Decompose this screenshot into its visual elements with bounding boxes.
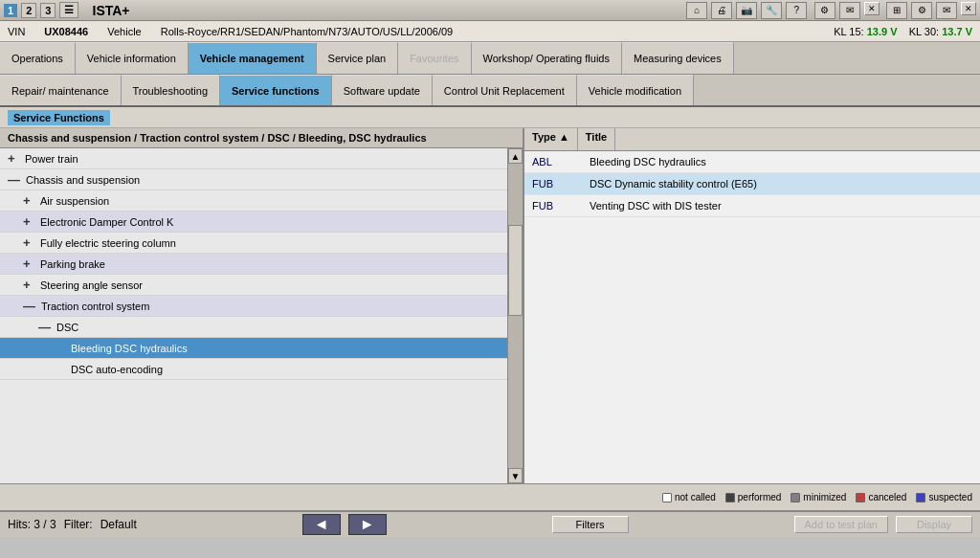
scroll-track xyxy=(508,164,523,468)
print-icon[interactable]: 🖨 xyxy=(711,2,732,19)
nav-row-2: Repair/ maintenance Troubleshooting Serv… xyxy=(0,75,980,107)
secondary-controls: ⊞ ⚙ ✉ ✕ xyxy=(886,2,976,19)
tab-control-unit-replacement[interactable]: Control Unit Replacement xyxy=(433,75,577,105)
scroll-thumb[interactable] xyxy=(508,225,523,316)
detail-panel: Type ▲ Title ABL Bleeding DSC hydraulics… xyxy=(524,128,980,483)
secondary-envelope-icon[interactable]: ✉ xyxy=(936,2,957,19)
prev-arrow-btn[interactable]: ◄ xyxy=(302,514,341,535)
wrench-icon[interactable]: 🔧 xyxy=(761,2,782,19)
tree-item-air-suspension[interactable]: + Air suspension xyxy=(0,190,523,212)
tree-item-dsc[interactable]: — DSC xyxy=(0,317,523,338)
secondary-close-button[interactable]: ✕ xyxy=(961,2,976,15)
col-title: Title xyxy=(578,128,615,150)
filter-value: Default xyxy=(100,518,137,531)
home-icon[interactable]: ⌂ xyxy=(686,2,707,19)
kl-status: KL 15: 13.9 V KL 30: 13.7 V xyxy=(834,26,972,37)
settings-icon[interactable]: ⚙ xyxy=(814,2,835,19)
detail-title-3: Venting DSC with DIS tester xyxy=(582,198,980,213)
tree-item-parking-brake[interactable]: + Parking brake xyxy=(0,254,523,275)
legend-not-called: not called xyxy=(662,492,716,502)
filter-label: Filter: xyxy=(64,518,93,531)
tree-item-electronic-damper[interactable]: + Electronic Damper Control K xyxy=(0,212,523,233)
legend-label-performed: performed xyxy=(738,492,782,502)
tree-item-electric-steering[interactable]: + Fully electric steering column xyxy=(0,233,523,254)
main-content: Chassis and suspension / Traction contro… xyxy=(0,128,980,483)
legend-minimized: minimized xyxy=(791,492,846,502)
legend-dot-not-called xyxy=(662,493,672,502)
tree-item-traction-control[interactable]: — Traction control system xyxy=(0,296,523,317)
info-bar: VIN UX08446 Vehicle Rolls-Royce/RR1/SEDA… xyxy=(0,21,980,42)
tab-workshop[interactable]: Workshop/ Operating fluids xyxy=(472,42,622,74)
kl15-value: 13.9 V xyxy=(867,26,898,37)
vehicle-label: Vehicle xyxy=(107,26,141,37)
tree-item-bleeding-dsc[interactable]: Bleeding DSC hydraulics xyxy=(0,338,523,359)
envelope-icon[interactable]: ✉ xyxy=(839,2,860,19)
kl30-label: KL 30: xyxy=(909,26,939,37)
legend-label-canceled: canceled xyxy=(868,492,906,502)
tree-item-chassis[interactable]: — Chassis and suspension xyxy=(0,169,523,190)
detail-type-3: FUB xyxy=(524,198,582,213)
status-bar: not called performed minimized canceled … xyxy=(0,483,980,510)
secondary-icon-1[interactable]: ⊞ xyxy=(886,2,907,19)
list-icon[interactable]: ☰ xyxy=(59,2,78,18)
tab-3[interactable]: 3 xyxy=(40,3,56,18)
help-icon[interactable]: ? xyxy=(786,2,807,19)
filters-button[interactable]: Filters xyxy=(552,516,629,533)
legend-dot-performed xyxy=(725,493,735,502)
expand-icon-power-train: + xyxy=(8,151,19,166)
detail-row-1[interactable]: ABL Bleeding DSC hydraulics xyxy=(524,151,980,173)
legend-label-suspected: suspected xyxy=(928,492,972,502)
tree-item-steering-angle[interactable]: + Steering angle sensor xyxy=(0,275,523,296)
tree-item-dsc-auto-encoding[interactable]: DSC auto-encoding xyxy=(0,359,523,380)
legend-label-minimized: minimized xyxy=(803,492,846,502)
tab-vehicle-management[interactable]: Vehicle management xyxy=(189,42,317,74)
detail-row-3[interactable]: FUB Venting DSC with DIS tester xyxy=(524,195,980,217)
display-button[interactable]: Display xyxy=(896,516,972,533)
detail-title-2: DSC Dynamic stability control (E65) xyxy=(582,176,980,191)
detail-type-1: ABL xyxy=(524,154,582,169)
tab-favourites[interactable]: Favourites xyxy=(398,42,471,74)
camera-icon[interactable]: 📷 xyxy=(736,2,757,19)
kl15-label: KL 15: xyxy=(834,26,863,37)
tab-vehicle-modification[interactable]: Vehicle modification xyxy=(577,75,694,105)
tab-measuring-devices[interactable]: Measuring devices xyxy=(622,42,734,74)
tab-troubleshooting[interactable]: Troubleshooting xyxy=(122,75,220,105)
tab-vehicle-information[interactable]: Vehicle information xyxy=(76,42,189,74)
breadcrumb-service-functions[interactable]: Service Functions xyxy=(8,110,110,125)
action-bar: Hits: 3 / 3 Filter: Default ◄ ► Filters … xyxy=(0,510,980,537)
tab-1[interactable]: 1 xyxy=(4,4,17,17)
next-arrow-btn[interactable]: ► xyxy=(348,514,387,535)
scroll-down[interactable]: ▼ xyxy=(508,468,523,483)
tree-label-bleeding: Bleeding DSC hydraulics xyxy=(71,343,188,354)
title-bar-left: 1 2 3 ☰ ISTA+ xyxy=(4,2,130,18)
tree-label-angle: Steering angle sensor xyxy=(40,279,143,291)
tree-body[interactable]: + Power train — Chassis and suspension +… xyxy=(0,148,523,483)
col-type[interactable]: Type ▲ xyxy=(524,128,578,150)
scroll-up[interactable]: ▲ xyxy=(508,148,523,164)
detail-row-2[interactable]: FUB DSC Dynamic stability control (E65) xyxy=(524,173,980,195)
add-to-test-plan-button[interactable]: Add to test plan xyxy=(794,516,888,533)
tree-item-power-train[interactable]: + Power train xyxy=(0,148,523,169)
close-button[interactable]: ✕ xyxy=(864,2,880,15)
hits-section: Hits: 3 / 3 Filter: Default xyxy=(8,518,137,531)
legend-canceled: canceled xyxy=(856,492,906,502)
legend-suspected: suspected xyxy=(916,492,972,502)
secondary-settings-icon[interactable]: ⚙ xyxy=(911,2,932,19)
tab-software-update[interactable]: Software update xyxy=(332,75,433,105)
breadcrumb: Service Functions xyxy=(0,107,980,128)
app-title: ISTA+ xyxy=(93,3,130,18)
expand-icon-chassis: — xyxy=(8,172,20,187)
legend-dot-minimized xyxy=(791,493,800,502)
tab-service-functions[interactable]: Service functions xyxy=(220,75,332,105)
nav-arrows: ◄ ► xyxy=(302,514,387,535)
vehicle-value: Rolls-Royce/RR1/SEDAN/Phantom/N73/AUTO/U… xyxy=(161,26,454,37)
tab-repair-maintenance[interactable]: Repair/ maintenance xyxy=(0,75,122,105)
expand-icon-steering: + xyxy=(23,235,34,250)
tab-service-plan[interactable]: Service plan xyxy=(317,42,399,74)
tree-scrollbar[interactable]: ▲ ▼ xyxy=(507,148,523,483)
detail-title-1: Bleeding DSC hydraulics xyxy=(582,154,980,169)
tab-2[interactable]: 2 xyxy=(21,3,36,18)
tab-operations[interactable]: Operations xyxy=(0,42,76,74)
detail-header: Type ▲ Title xyxy=(524,128,980,151)
tree-label-steering: Fully electric steering column xyxy=(40,237,176,249)
